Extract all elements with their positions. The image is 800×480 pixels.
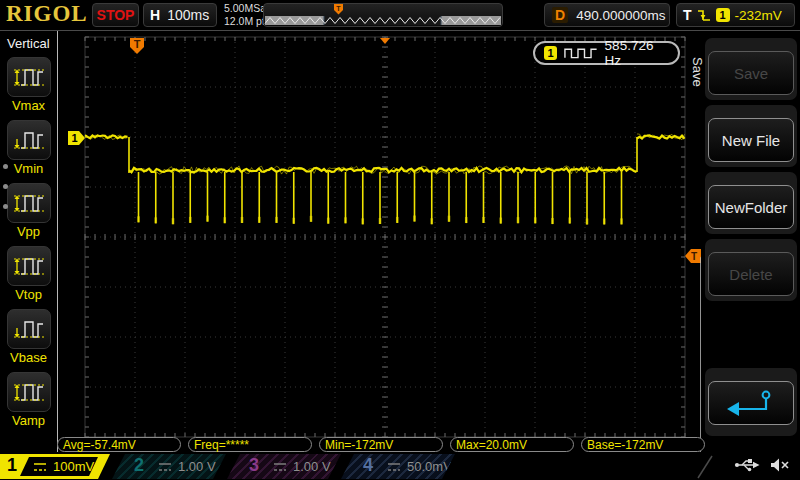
channel-scale: 1.00 V bbox=[293, 459, 331, 474]
measurement-readout: Base=-172mV bbox=[581, 437, 705, 452]
brand-logo: RIGOL bbox=[6, 1, 88, 27]
channel-number: 2 bbox=[134, 455, 144, 476]
vamp-icon bbox=[7, 372, 51, 412]
channel-4-tag[interactable]: 450.0mV bbox=[341, 454, 455, 479]
back-button[interactable] bbox=[708, 381, 794, 425]
menu-item-label: Vmin bbox=[0, 161, 57, 176]
menu-item-label: Vbase bbox=[0, 350, 57, 365]
channel-scale: 50.0mV bbox=[407, 459, 452, 474]
svg-text:T: T bbox=[134, 38, 141, 50]
vbase-icon bbox=[7, 309, 51, 349]
measurement-readout: Max=20.0mV bbox=[450, 437, 574, 452]
menu-item-vmax[interactable]: Vmax bbox=[0, 57, 57, 113]
channel-number: 4 bbox=[363, 455, 373, 476]
channel-scale: 100mV bbox=[53, 459, 94, 474]
vpp-icon bbox=[7, 183, 51, 223]
menu-item-label: Vpp bbox=[0, 224, 57, 239]
delete-button: Delete bbox=[708, 252, 794, 296]
memory-waveform-thumbnail[interactable]: T bbox=[263, 3, 503, 27]
top-bar: RIGOL STOP H 100ms 5.00MSa/s 12.0M pts T… bbox=[0, 0, 800, 31]
softkey-slot: NewFolder bbox=[705, 172, 797, 234]
measurement-bar: Avg=-57.4mVFreq=*****Min=-172mVMax=20.0m… bbox=[0, 437, 800, 454]
menu-page-dot bbox=[3, 164, 8, 169]
measurement-menu: Vertical VmaxVminVppVtopVbaseVamp bbox=[0, 31, 57, 452]
menu-item-vtop[interactable]: Vtop bbox=[0, 246, 57, 302]
trigger-level-value: -232mV bbox=[735, 8, 782, 23]
channel-number: 3 bbox=[249, 455, 259, 476]
vtop-icon bbox=[7, 246, 51, 286]
dc-coupling-icon bbox=[387, 462, 401, 473]
counter-frequency-value: 585.726 Hz bbox=[605, 38, 669, 68]
run-state-button[interactable]: STOP bbox=[92, 3, 139, 27]
dc-coupling-icon bbox=[33, 462, 47, 473]
save-tab-label: Save bbox=[690, 57, 705, 87]
left-menu-divider bbox=[57, 31, 58, 452]
speaker-muted-icon bbox=[770, 457, 790, 473]
square-wave-icon bbox=[564, 47, 598, 59]
trigger-source-badge: 1 bbox=[716, 8, 730, 22]
oscilloscope-screen: T1T RIGOL STOP H 100ms 5.00MSa/s 12.0M p… bbox=[0, 0, 800, 480]
vmin-icon bbox=[7, 120, 51, 160]
memory-waveform-icon: T bbox=[264, 4, 502, 26]
new-file-button[interactable]: New File bbox=[708, 118, 794, 162]
menu-item-label: Vamp bbox=[0, 413, 57, 428]
menu-item-label: Vmax bbox=[0, 98, 57, 113]
menu-item-vbase[interactable]: Vbase bbox=[0, 309, 57, 365]
menu-item-vpp[interactable]: Vpp bbox=[0, 183, 57, 239]
softkey-slot: New File bbox=[705, 105, 797, 167]
trigger-label: T bbox=[683, 7, 692, 23]
measurement-readout: Min=-172mV bbox=[319, 437, 443, 452]
softkey-slot bbox=[705, 368, 797, 436]
horizontal-timebase-box[interactable]: H 100ms bbox=[143, 3, 217, 27]
counter-channel-badge: 1 bbox=[544, 46, 557, 60]
measurement-menu-title: Vertical bbox=[7, 36, 50, 51]
channel-3-tag[interactable]: 31.00 V bbox=[227, 454, 341, 479]
delay-label: D bbox=[552, 7, 568, 23]
horizontal-delay-box[interactable]: D 490.000000ms bbox=[544, 3, 670, 27]
channel-bar: 1100mV21.00 V31.00 V450.0mV bbox=[0, 454, 800, 480]
status-divider bbox=[696, 455, 716, 479]
measurement-readout: Avg=-57.4mV bbox=[57, 437, 181, 452]
save-menu: Save SaveNew FileNewFolderDelete bbox=[700, 31, 800, 452]
delay-value: 490.000000ms bbox=[576, 8, 665, 23]
usb-icon bbox=[734, 457, 760, 473]
svg-text:T: T bbox=[336, 5, 341, 12]
measurement-readout: Freq=***** bbox=[188, 437, 312, 452]
trigger-info-box[interactable]: T 1 -232mV bbox=[676, 3, 795, 27]
channel-1-tag[interactable]: 1100mV bbox=[0, 454, 110, 479]
softkey-slot: Delete bbox=[705, 239, 797, 301]
dc-coupling-icon bbox=[158, 462, 172, 473]
frequency-counter: 1 585.726 Hz bbox=[533, 41, 680, 65]
svg-text:1: 1 bbox=[71, 132, 77, 144]
waveform-display: T1T bbox=[0, 0, 800, 480]
vmax-icon bbox=[7, 57, 51, 97]
return-arrow-icon bbox=[722, 388, 780, 418]
menu-item-vmin[interactable]: Vmin bbox=[0, 120, 57, 176]
dc-coupling-icon bbox=[273, 462, 287, 473]
channel-2-tag[interactable]: 21.00 V bbox=[112, 454, 226, 479]
save-button: Save bbox=[708, 51, 794, 95]
menu-page-dot bbox=[3, 184, 8, 189]
menu-page-dot bbox=[3, 204, 8, 209]
timebase-value: 100ms bbox=[167, 7, 209, 23]
horizontal-label: H bbox=[150, 7, 160, 23]
svg-text:T: T bbox=[691, 251, 697, 262]
menu-item-vamp[interactable]: Vamp bbox=[0, 372, 57, 428]
falling-edge-icon bbox=[697, 8, 711, 23]
channel-scale: 1.00 V bbox=[178, 459, 216, 474]
newfolder-button[interactable]: NewFolder bbox=[708, 185, 794, 229]
menu-item-label: Vtop bbox=[0, 287, 57, 302]
softkey-slot: Save bbox=[705, 38, 797, 100]
channel-number: 1 bbox=[7, 455, 17, 476]
